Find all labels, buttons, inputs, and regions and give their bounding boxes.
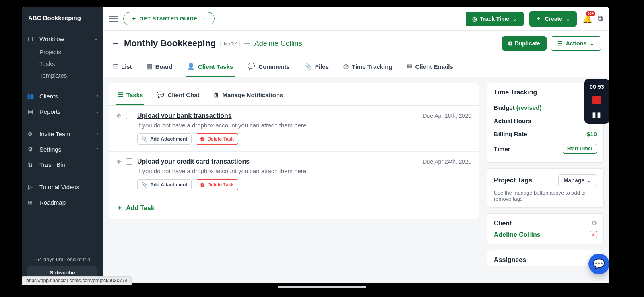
actions-menu-button[interactable]: ☰ Actions ⌄ xyxy=(551,36,601,51)
recorder-time: 00:53 xyxy=(590,84,604,90)
client-heading: Client xyxy=(494,220,512,227)
nav-trash[interactable]: 🗑 Trash Bin xyxy=(22,157,103,172)
create-label: Create xyxy=(545,16,562,22)
nav-reports-label: Reports xyxy=(39,108,61,115)
add-attachment-button[interactable]: 📎Add Attachment xyxy=(137,133,192,145)
clock-icon: ◷ xyxy=(472,16,477,22)
task-title[interactable]: Upload your credit card transactions xyxy=(137,158,250,165)
nav-workflow[interactable]: ▢ Workflow ⌄ xyxy=(22,31,103,46)
breadcrumb-client[interactable]: Adeline Collins xyxy=(254,39,302,48)
map-icon: ⊞ xyxy=(27,199,34,206)
tab-files[interactable]: 📎Files xyxy=(303,59,330,77)
task-description: If you do not have a dropbox account you… xyxy=(137,122,471,129)
drag-handle-icon[interactable]: ✥ xyxy=(116,113,121,119)
recorder-pause-button[interactable]: ▮▮ xyxy=(592,110,602,119)
project-tags-panel: Project Tags Manage⌄ Use the manage butt… xyxy=(487,168,604,208)
get-started-guide-button[interactable]: ✦ GET STARTED GUIDE → xyxy=(123,12,215,25)
main: ✦ GET STARTED GUIDE → ◷ Track Time ⌄ ＋ C… xyxy=(103,7,609,283)
paperclip-icon: 📎 xyxy=(142,182,148,188)
brand-title: ABC Bookkeeping xyxy=(22,7,103,31)
plus-icon: ＋ xyxy=(116,204,123,212)
client-name[interactable]: Adeline Collins xyxy=(494,231,541,238)
compass-icon: ✦ xyxy=(132,16,136,22)
billing-rate-value: $10 xyxy=(587,131,597,137)
trash-icon: 🗑 xyxy=(200,182,205,188)
nav-projects[interactable]: Projects xyxy=(22,46,103,58)
nav-invite-label: Invite Team xyxy=(39,131,70,137)
chevron-down-icon: ⌄ xyxy=(512,16,517,22)
delete-task-button[interactable]: 🗑Delete Task xyxy=(196,133,238,145)
remove-client-button[interactable]: ✕ xyxy=(590,231,597,238)
arrow-right-icon: → xyxy=(201,16,206,22)
list-icon: ☰ xyxy=(118,91,123,98)
back-button[interactable]: ← xyxy=(111,38,120,49)
create-button[interactable]: ＋ Create ⌄ xyxy=(529,11,577,27)
duplicate-label: Duplicate xyxy=(515,40,540,47)
tab-comments[interactable]: 💬Comments xyxy=(246,59,291,77)
tab-time-tracking[interactable]: ◷Time Tracking xyxy=(342,59,394,77)
subtab-client-chat[interactable]: 💬Client Chat xyxy=(155,87,201,105)
globe-icon: ⊕ xyxy=(27,130,34,137)
recorder-stop-button[interactable] xyxy=(592,96,601,104)
task-checkbox[interactable] xyxy=(126,113,132,119)
start-timer-button[interactable]: Start Timer xyxy=(563,144,597,154)
clients-icon: 👥 xyxy=(27,92,34,100)
sidebar: ABC Bookkeeping ▢ Workflow ⌄ Projects Ta… xyxy=(22,7,103,283)
popout-icon[interactable]: ⧉ xyxy=(598,14,603,23)
add-task-button[interactable]: ＋ Add Task xyxy=(109,197,479,219)
page-title: Monthly Bookkeeping xyxy=(124,38,216,49)
gear-icon: ⚙ xyxy=(27,145,34,153)
nav-templates[interactable]: Templates xyxy=(22,70,103,81)
track-time-label: Track Time xyxy=(480,16,510,22)
nav-invite-team[interactable]: ⊕ Invite Team ‹ xyxy=(22,126,103,141)
chevron-left-icon: ‹ xyxy=(97,109,98,114)
subtab-tasks[interactable]: ☰Tasks xyxy=(116,87,144,105)
add-attachment-button[interactable]: 📎Add Attachment xyxy=(137,179,192,190)
chevron-down-icon: ⌄ xyxy=(587,177,592,184)
nav-clients[interactable]: 👥 Clients ‹ xyxy=(22,88,103,104)
tab-client-emails[interactable]: ✉Client Emails xyxy=(405,59,455,77)
chevron-left-icon: ‹ xyxy=(97,146,98,152)
task-row: ✥ Upload your credit card transactions D… xyxy=(109,152,479,197)
subtab-manage-notifications[interactable]: 🗓Manage Notifications xyxy=(212,87,285,105)
menu-toggle-icon[interactable] xyxy=(109,16,118,22)
task-description: If you do not have a dropbox account you… xyxy=(137,168,471,174)
trash-icon: 🗑 xyxy=(27,161,34,168)
duplicate-button[interactable]: ⧉ Duplicate xyxy=(502,36,547,51)
breadcrumb-separator: — xyxy=(244,40,250,47)
chevron-left-icon: ‹ xyxy=(97,131,98,137)
list-icon: ☰ xyxy=(557,40,563,47)
project-tags-heading: Project Tags xyxy=(494,177,532,184)
gear-icon[interactable]: ⚙ xyxy=(591,219,597,227)
tab-list[interactable]: ☰List xyxy=(111,59,134,77)
notifications-button[interactable]: 🔔 99+ xyxy=(582,14,592,24)
tab-board[interactable]: ▦Board xyxy=(145,59,174,77)
client-panel: Client ⚙ Adeline Collins ✕ xyxy=(487,213,604,244)
calendar-icon: 🗓 xyxy=(213,92,219,98)
delete-task-button[interactable]: 🗑Delete Task xyxy=(196,179,238,190)
task-title[interactable]: Upload your bank transactions xyxy=(137,112,232,119)
chat-fab-button[interactable]: 💬 xyxy=(588,254,609,274)
track-time-button[interactable]: ◷ Track Time ⌄ xyxy=(466,12,524,26)
paperclip-icon: 📎 xyxy=(304,63,312,70)
nav-roadmap-label: Roadmap xyxy=(39,199,66,206)
tab-client-tasks[interactable]: 👤Client Tasks xyxy=(186,59,235,77)
manage-tags-button[interactable]: Manage⌄ xyxy=(558,174,597,186)
actions-label: Actions xyxy=(566,40,586,47)
task-checkbox[interactable] xyxy=(126,158,132,165)
nav-tutorials[interactable]: ▷ Tutorial Videos xyxy=(22,179,103,195)
nav-clients-label: Clients xyxy=(39,93,58,100)
topbar: ✦ GET STARTED GUIDE → ◷ Track Time ⌄ ＋ C… xyxy=(103,7,609,31)
screen-recorder-widget[interactable]: 00:53 ▮▮ xyxy=(584,79,609,124)
nav-reports[interactable]: ▤ Reports ‹ xyxy=(22,104,103,119)
drag-handle-icon[interactable]: ✥ xyxy=(116,158,121,165)
board-icon: ▦ xyxy=(147,63,152,70)
person-icon: 👤 xyxy=(187,63,195,70)
nav-roadmap[interactable]: ⊞ Roadmap xyxy=(22,195,103,210)
task-due: Due Apr 24th, 2020 xyxy=(423,158,471,165)
nav-tasks[interactable]: Tasks xyxy=(22,58,103,70)
home-indicator xyxy=(278,286,366,288)
assignees-panel: Assignees ⚙ xyxy=(487,250,604,266)
nav-settings[interactable]: ⚙ Settings ‹ xyxy=(22,141,103,157)
clock-icon: ◷ xyxy=(343,63,349,70)
